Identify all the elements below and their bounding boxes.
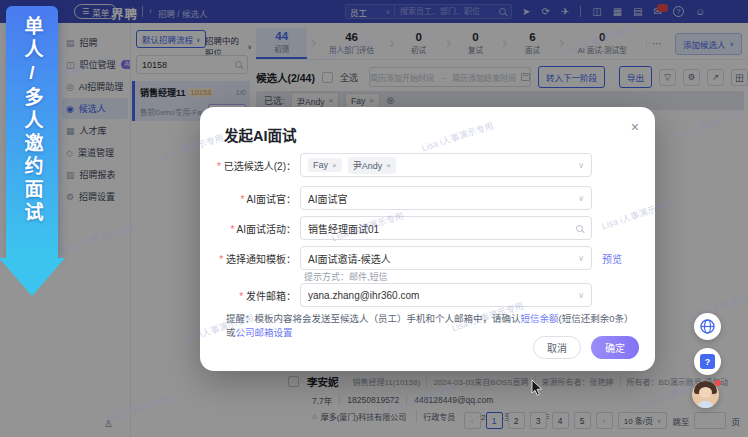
notify-method-value: 邮件,短信 [349, 272, 388, 282]
ai-interviewer-value: AI面试官 [308, 191, 347, 206]
globe-icon [699, 318, 716, 335]
field-notify-template: 选择通知模板： AI面试邀请-候选人 ∨ 预览 [200, 246, 655, 270]
selected-candidates-select[interactable]: Fay × 尹Andy × ∨ [300, 153, 592, 177]
field-sender-email: 发件邮箱： yana.zhang@ihr360.com ∨ [200, 283, 655, 307]
user-avatar[interactable] [692, 381, 719, 408]
field-label: AI面试活动： [200, 221, 296, 236]
help-book-button[interactable]: ? [694, 348, 721, 375]
notify-template-value: AI面试邀请-候选人 [308, 251, 391, 266]
notification-dot [715, 380, 721, 386]
candidate-tag-name: Fay [313, 160, 328, 170]
remove-icon[interactable]: × [386, 161, 391, 170]
sender-email-select[interactable]: yana.zhang@ihr360.com ∨ [300, 283, 592, 307]
notify-template-select[interactable]: AI面试邀请-候选人 ∨ [300, 246, 592, 270]
modal-footer: 取消 确定 [533, 336, 639, 359]
modal-title: 发起AI面试 [224, 124, 297, 145]
ai-interview-modal: 发起AI面试 × 已选候选人(2)： Fay × 尹Andy × ∨ AI面试官… [200, 107, 655, 371]
hint-text: 提醒：模板内容将会发送至候选人（员工）手机和个人邮箱中，请确认 [226, 313, 521, 324]
field-label: 选择通知模板： [200, 251, 296, 266]
chevron-down-icon: ∨ [578, 161, 584, 170]
candidate-tag: Fay × [308, 158, 342, 172]
company-mail-settings-link[interactable]: 公司邮箱设置 [236, 327, 293, 338]
cancel-button[interactable]: 取消 [533, 336, 581, 359]
preview-link[interactable]: 预览 [602, 251, 622, 266]
ai-activity-input[interactable]: 销售经理面试01 [300, 216, 592, 240]
chevron-down-icon: ∨ [578, 254, 584, 263]
field-label: AI面试官： [200, 191, 296, 206]
sms-balance-link[interactable]: 短信余额 [521, 313, 559, 324]
field-label: 已选候选人(2)： [200, 158, 296, 173]
close-icon[interactable]: × [631, 120, 639, 134]
ai-activity-value: 销售经理面试01 [308, 221, 379, 236]
globe-button[interactable] [694, 313, 721, 340]
banner-text: 单人/多人邀约面试 [19, 6, 46, 258]
tutorial-banner-arrow: 单人/多人邀约面试 [6, 6, 58, 258]
help-book-icon: ? [700, 354, 715, 369]
ai-interviewer-select[interactable]: AI面试官 ∨ [300, 186, 592, 210]
field-ai-interviewer: AI面试官： AI面试官 ∨ [200, 186, 655, 210]
field-ai-activity: AI面试活动： 销售经理面试01 [200, 216, 655, 240]
candidate-tag-name: 尹Andy [353, 159, 383, 172]
candidate-tag: 尹Andy × [348, 157, 396, 174]
confirm-button[interactable]: 确定 [591, 336, 639, 359]
chevron-down-icon: ∨ [578, 291, 584, 300]
notify-method-hint: 提示方式：邮件,短信 [304, 270, 388, 283]
sender-email-value: yana.zhang@ihr360.com [308, 290, 419, 301]
chevron-down-icon: ∨ [578, 194, 584, 203]
notify-method-label: 提示方式： [304, 272, 349, 282]
field-label: 发件邮箱： [200, 288, 296, 303]
remove-icon[interactable]: × [332, 161, 337, 170]
search-icon [576, 225, 583, 232]
field-selected-candidates: 已选候选人(2)： Fay × 尹Andy × ∨ [200, 153, 655, 177]
